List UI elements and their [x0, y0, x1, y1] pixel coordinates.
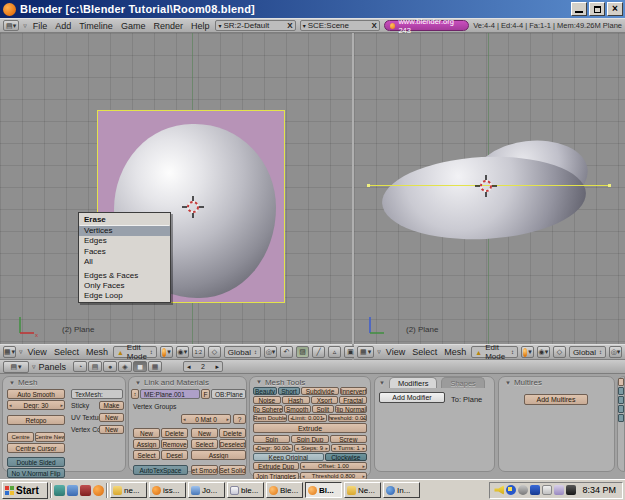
new-uv-texture-button[interactable]: New: [99, 413, 124, 422]
editing-buttons-icon[interactable]: ◼: [133, 361, 147, 372]
retopo-button[interactable]: Retopo: [7, 415, 65, 425]
orientation-dropdown[interactable]: Global ↕: [569, 346, 606, 358]
panel-page-spinner[interactable]: ◂ 2 ▸: [183, 361, 223, 372]
centre-button[interactable]: Centre: [7, 432, 34, 442]
printer-icon[interactable]: [554, 485, 564, 495]
script-buttons-icon[interactable]: ▤: [88, 361, 102, 372]
proportional-edit-button[interactable]: ↶: [280, 346, 293, 358]
menu-timeline[interactable]: Timeline: [77, 21, 115, 31]
clipped-button[interactable]: [618, 396, 624, 404]
innervert-menu[interactable]: Innervert: [340, 387, 367, 395]
link-panel-header[interactable]: ▼ Link and Materials: [129, 377, 246, 388]
quicklaunch-desktop-icon[interactable]: [54, 485, 65, 496]
double-sided-toggle[interactable]: Double Sided: [7, 457, 65, 467]
vgroup-new-button[interactable]: New: [133, 428, 160, 438]
viewport-shading-button[interactable]: ▾: [521, 346, 534, 358]
autotexspace-toggle[interactable]: AutoTexSpace: [133, 465, 188, 475]
material-delete-button[interactable]: Delete: [219, 428, 246, 438]
material-deselect-button[interactable]: Deselect: [219, 439, 246, 449]
delete-scene-button[interactable]: X: [370, 21, 377, 30]
panel-collapse-icon[interactable]: ▼: [379, 380, 385, 386]
taskbar-item-blender-1[interactable]: Ble...: [266, 482, 303, 498]
editor-type-button[interactable]: ▦▾: [3, 346, 16, 358]
minimize-button[interactable]: [571, 2, 587, 16]
taskbar-item-firefox[interactable]: iss...: [149, 482, 186, 498]
delete-screen-button[interactable]: X: [285, 21, 292, 30]
menu-view[interactable]: View: [384, 347, 407, 357]
mode-dropdown[interactable]: ▲ Edit Mode ↕: [113, 346, 157, 358]
shading-buttons-icon[interactable]: ●: [103, 361, 117, 372]
auto-smooth-button[interactable]: Auto Smooth: [7, 389, 65, 399]
to-sphere-button[interactable]: To Sphere: [253, 405, 283, 413]
add-modifier-button[interactable]: Add Modifier: [379, 392, 445, 403]
material-help-button[interactable]: ?: [233, 414, 246, 424]
scene-buttons-icon[interactable]: ▦: [148, 361, 162, 372]
spin-left-icon[interactable]: ◂: [187, 363, 191, 371]
quicklaunch-viewer-icon[interactable]: [67, 485, 78, 496]
volume-icon[interactable]: [494, 485, 504, 495]
clipped-button[interactable]: [618, 378, 624, 386]
short-toggle[interactable]: Short: [278, 387, 300, 395]
menu-view[interactable]: View: [26, 347, 49, 357]
menu-render[interactable]: Render: [151, 21, 185, 31]
taskbar-item-internet[interactable]: In...: [383, 482, 420, 498]
viewport-top[interactable]: x (2) Plane Erase Vertices Edges Faces A…: [0, 33, 352, 344]
smooth-button[interactable]: Smooth: [284, 405, 311, 413]
vgroup-select-button[interactable]: Select: [133, 450, 160, 460]
blender-org-badge[interactable]: www.blender.org 243: [384, 20, 469, 31]
spin-degr-spinner[interactable]: Degr: 90.00: [253, 444, 293, 452]
menu-item-faces[interactable]: Faces: [79, 247, 170, 257]
vgroup-desel-button[interactable]: Desel: [161, 450, 188, 460]
restore-button[interactable]: [589, 2, 605, 16]
mesh-datablock-field[interactable]: ME:Plane.001: [140, 389, 200, 399]
menu-select[interactable]: Select: [52, 347, 81, 357]
centre-new-button[interactable]: Centre New: [35, 432, 65, 442]
degr-spinner[interactable]: Degr: 30: [7, 400, 65, 410]
taskbar-item-folder-2[interactable]: Ne...: [344, 482, 381, 498]
panel-collapse-icon[interactable]: ▼: [135, 380, 141, 386]
object-buttons-icon[interactable]: ◈: [118, 361, 132, 372]
collapse-arrow-icon[interactable]: ▿: [19, 348, 23, 356]
hash-button[interactable]: Hash: [282, 396, 310, 404]
mesh-panel-header[interactable]: ▼ Mesh: [3, 377, 125, 388]
taskbar-item-folder[interactable]: ne...: [110, 482, 147, 498]
collapse-arrow-icon[interactable]: ▿: [23, 22, 27, 30]
menu-add[interactable]: Add: [53, 21, 73, 31]
quicklaunch-media-icon[interactable]: [80, 485, 91, 496]
add-multires-button[interactable]: Add Multires: [524, 394, 588, 405]
centre-cursor-button[interactable]: Centre Cursor: [7, 443, 65, 453]
start-button[interactable]: Start: [2, 482, 48, 499]
menu-mesh[interactable]: Mesh: [84, 347, 110, 357]
clipped-button[interactable]: [618, 414, 624, 422]
turns-spinner[interactable]: Turns: 1: [331, 444, 367, 452]
editor-type-button[interactable]: ▦▾: [357, 346, 374, 358]
material-new-button[interactable]: New: [191, 428, 218, 438]
beauty-toggle[interactable]: Beauty: [253, 387, 277, 395]
collapse-arrow-icon[interactable]: ▿: [377, 348, 381, 356]
texmesh-field[interactable]: TexMesh:: [71, 389, 123, 399]
messenger-icon[interactable]: [506, 485, 516, 495]
snap-button[interactable]: ◎▾: [264, 346, 277, 358]
window-type-button[interactable]: ▤▾: [3, 20, 19, 31]
xsort-button[interactable]: Xsort: [311, 396, 339, 404]
panel-collapse-icon[interactable]: ▼: [9, 380, 15, 386]
material-select-button[interactable]: Select: [191, 439, 218, 449]
taskbar-item-blender-active[interactable]: Bl...: [305, 482, 342, 498]
vgroup-assign-button[interactable]: Assign: [133, 439, 160, 449]
menu-item-edges[interactable]: Edges: [79, 236, 170, 246]
subsurf-mesh-object-side[interactable]: [380, 152, 588, 245]
close-button[interactable]: ×: [607, 2, 623, 16]
screw-button[interactable]: Screw: [330, 435, 367, 443]
panel-collapse-icon[interactable]: ▼: [256, 379, 262, 385]
tab-shapes[interactable]: Shapes: [441, 377, 484, 388]
fractal-button[interactable]: Fractal: [339, 396, 367, 404]
set-solid-button[interactable]: Set Solid: [219, 465, 246, 475]
mesh-browse-button[interactable]: ↕: [131, 389, 139, 399]
extrude-button[interactable]: Extrude: [253, 423, 367, 433]
menu-item-edge-loop[interactable]: Edge Loop: [79, 291, 170, 301]
network-icon[interactable]: [530, 485, 540, 495]
noise-button[interactable]: Noise: [253, 396, 281, 404]
spin-button[interactable]: Spin: [253, 435, 290, 443]
subdivide-button[interactable]: Subdivide: [301, 387, 339, 395]
clipped-button[interactable]: [618, 387, 624, 395]
